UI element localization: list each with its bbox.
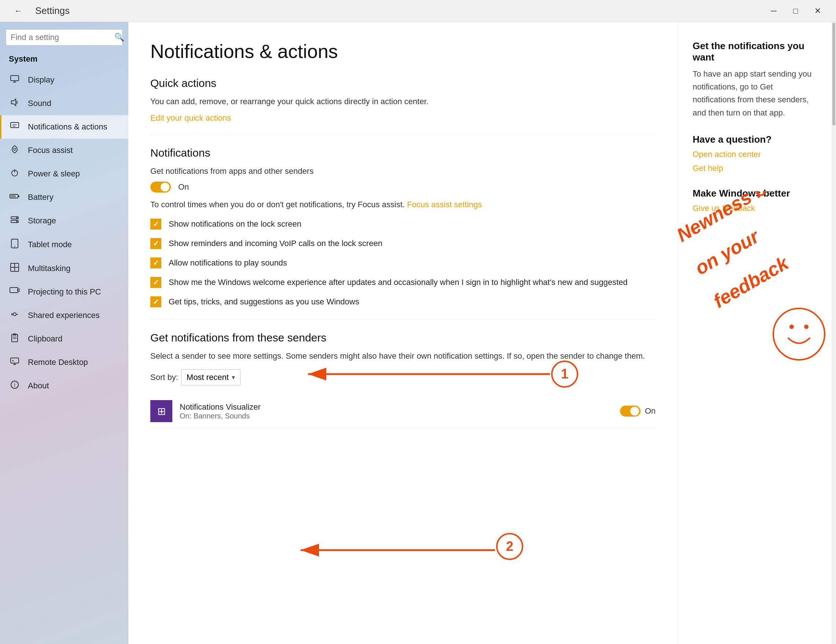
search-input[interactable] [11, 33, 111, 42]
sidebar-item-storage[interactable]: Storage [0, 209, 128, 232]
right-panel-get-notif-title: Get the notifications you want [692, 40, 817, 63]
senders-desc: Select a sender to see more settings. So… [150, 350, 656, 362]
svg-rect-11 [18, 196, 20, 197]
svg-rect-30 [12, 335, 18, 342]
sidebar-item-label: Battery [28, 193, 54, 202]
sidebar-item-shared-experiences[interactable]: Shared experiences [0, 304, 128, 327]
open-action-center-link[interactable]: Open action center [692, 150, 817, 159]
senders-title: Get notifications from these senders [150, 332, 656, 344]
sidebar: 🔍 System Display Sound Notifications & a… [0, 22, 128, 644]
scrollbar-thumb[interactable] [832, 23, 835, 126]
sidebar-item-sound[interactable]: Sound [0, 92, 128, 115]
sidebar-item-label: About [28, 381, 49, 391]
sidebar-item-label: Remote Desktop [28, 358, 88, 367]
quick-actions-title: Quick actions [150, 77, 656, 90]
checkbox-tips-label: Get tips, tricks, and suggestions as you… [169, 296, 359, 308]
maximize-button[interactable]: □ [785, 2, 807, 20]
sidebar-item-power-sleep[interactable]: Power & sleep [0, 162, 128, 186]
checkbox-voip-label: Show reminders and incoming VoIP calls o… [169, 237, 382, 249]
sort-chevron-icon: ▾ [232, 373, 235, 381]
notif-visualizer-row[interactable]: ⊞ Notifications Visualizer On: Banners, … [150, 394, 656, 428]
checkbox-tips-box[interactable] [150, 296, 161, 307]
sidebar-item-clipboard[interactable]: Clipboard [0, 327, 128, 351]
sidebar-item-battery[interactable]: Battery [0, 186, 128, 209]
sound-icon [9, 98, 21, 109]
svg-rect-22 [15, 267, 19, 271]
svg-point-25 [13, 313, 16, 316]
minimize-button[interactable]: ─ [763, 2, 785, 20]
app-title: Settings [35, 5, 70, 16]
svg-rect-0 [11, 75, 19, 81]
sidebar-item-label: Tablet mode [28, 240, 72, 249]
checkbox-welcome-label: Show me the Windows welcome experience a… [169, 276, 628, 288]
svg-rect-4 [11, 123, 19, 127]
search-box[interactable]: 🔍 [6, 29, 122, 46]
svg-point-18 [14, 246, 15, 247]
about-icon: i [9, 380, 21, 392]
edit-quick-actions-link[interactable]: Edit your quick actions [150, 113, 231, 123]
close-button[interactable]: ✕ [807, 2, 829, 20]
sidebar-item-display[interactable]: Display [0, 68, 128, 92]
sidebar-item-label: Sound [28, 99, 51, 108]
sidebar-item-about[interactable]: i About [0, 374, 128, 397]
sidebar-section-title: System [0, 51, 128, 68]
content-area: Notifications & actions Quick actions Yo… [128, 22, 836, 644]
clipboard-icon [9, 333, 21, 345]
checkbox-sounds-label: Allow notifications to play sounds [169, 257, 287, 269]
storage-icon [9, 215, 21, 227]
handwritten-annotation: Newness based on your feedback [663, 191, 836, 374]
svg-point-46 [804, 325, 808, 329]
sort-by-label: Sort by: [150, 373, 178, 382]
svg-point-7 [13, 148, 16, 150]
search-icon: 🔍 [114, 33, 124, 42]
sidebar-item-notifications[interactable]: Notifications & actions [0, 115, 128, 139]
right-panel-get-notif-desc: To have an app start sending you notific… [692, 67, 817, 119]
checkbox-sounds: Allow notifications to play sounds [150, 257, 656, 269]
checkbox-welcome-box[interactable] [150, 277, 161, 288]
checkbox-lock-screen-box[interactable] [150, 219, 161, 230]
notif-visualizer-name: Notifications Visualizer [180, 402, 613, 412]
svg-marker-3 [11, 99, 16, 106]
sidebar-item-multitasking[interactable]: Multitasking [0, 257, 128, 280]
back-button[interactable]: ← [7, 2, 29, 20]
main-content: Notifications & actions Quick actions Yo… [128, 22, 678, 644]
svg-rect-19 [11, 263, 15, 267]
sidebar-item-label: Notifications & actions [28, 122, 107, 132]
power-icon [9, 168, 21, 180]
svg-text:i: i [14, 382, 15, 387]
right-panel-question-title: Have a question? [692, 134, 817, 145]
sort-select[interactable]: Most recent ▾ [181, 369, 240, 386]
svg-rect-12 [11, 195, 16, 197]
page-title: Notifications & actions [150, 40, 656, 62]
notif-visualizer-icon: ⊞ [150, 400, 172, 422]
svg-point-16 [16, 221, 18, 222]
sidebar-item-remote-desktop[interactable]: Remote Desktop [0, 351, 128, 374]
remote-icon [9, 356, 21, 368]
focus-note: To control times when you do or don't ge… [150, 198, 656, 211]
sidebar-item-tablet-mode[interactable]: Tablet mode [0, 232, 128, 257]
sidebar-item-focus-assist[interactable]: Focus assist [0, 139, 128, 162]
sidebar-item-label: Power & sleep [28, 169, 80, 178]
back-icon: ← [14, 6, 22, 16]
checkbox-sounds-box[interactable] [150, 257, 161, 268]
checkbox-tips: Get tips, tricks, and suggestions as you… [150, 296, 656, 308]
toggle-row: On [150, 181, 656, 193]
notifications-toggle[interactable] [150, 181, 171, 193]
checkbox-lock-screen: Show notifications on the lock screen [150, 218, 656, 230]
sidebar-item-label: Display [28, 75, 54, 85]
projecting-icon [9, 286, 21, 298]
checkbox-voip-box[interactable] [150, 238, 161, 249]
svg-rect-20 [15, 263, 19, 267]
get-help-link[interactable]: Get help [692, 163, 817, 173]
notif-visualizer-toggle[interactable] [620, 405, 640, 417]
focus-assist-settings-link[interactable]: Focus assist settings [407, 200, 482, 209]
checkbox-lock-screen-label: Show notifications on the lock screen [169, 218, 301, 230]
quick-actions-desc: You can add, remove, or rearrange your q… [150, 95, 656, 108]
sidebar-item-label: Shared experiences [28, 311, 100, 320]
sidebar-item-projecting[interactable]: Projecting to this PC [0, 280, 128, 304]
notifications-title: Notifications [150, 147, 656, 159]
svg-rect-24 [18, 289, 20, 291]
sidebar-item-label: Multitasking [28, 264, 70, 273]
titlebar: ← Settings ─ □ ✕ [0, 0, 836, 22]
svg-rect-21 [11, 267, 15, 271]
